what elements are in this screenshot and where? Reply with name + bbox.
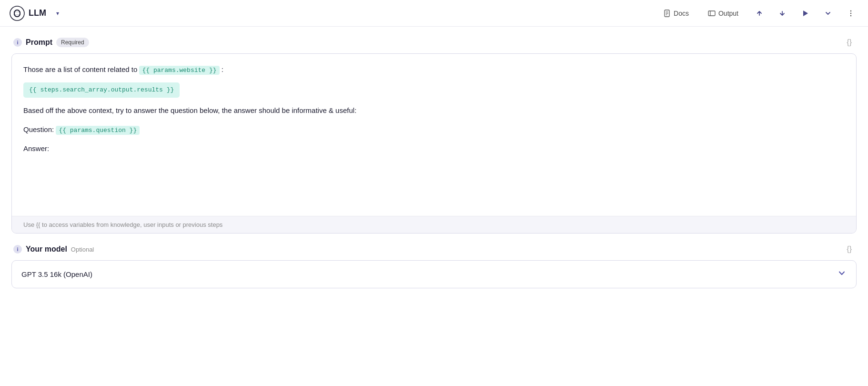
output-button[interactable]: Output (702, 7, 744, 20)
prompt-hint: Use {{ to access variables from knowledg… (12, 216, 856, 233)
prompt-json-icon[interactable]: {} (844, 36, 855, 49)
model-json-icon[interactable]: {} (844, 243, 855, 255)
docs-label: Docs (674, 10, 689, 17)
prompt-var-search-results: {{ steps.search_array.output.results }} (23, 82, 180, 98)
app-dropdown-button[interactable]: ▾ (50, 6, 65, 21)
prompt-content-area[interactable]: Those are a list of content related to {… (12, 54, 856, 216)
prompt-line1-text: Those are a list of content related to (23, 65, 139, 73)
prompt-header-left: i Prompt Required (13, 38, 89, 47)
model-name-label: GPT 3.5 16k (OpenAI) (21, 270, 92, 278)
model-selector[interactable]: GPT 3.5 16k (OpenAI) (11, 260, 857, 288)
arrow-up-icon (756, 10, 763, 17)
prompt-box: Those are a list of content related to {… (11, 53, 857, 234)
play-icon (801, 10, 809, 17)
prompt-section: i Prompt Required {} Those are a list of… (11, 36, 857, 234)
prompt-line-1: Those are a list of content related to {… (23, 63, 845, 76)
prompt-line4-prefix: Question: (23, 125, 56, 133)
prompt-line3-text: Based off the above context, try to answ… (23, 106, 356, 114)
model-optional-badge: Optional (71, 246, 94, 253)
docs-icon (663, 10, 671, 17)
arrow-down-icon (778, 10, 786, 17)
svg-marker-7 (803, 10, 808, 16)
prompt-section-header: i Prompt Required {} (11, 36, 857, 49)
docs-button[interactable]: Docs (657, 7, 695, 20)
prompt-line-3: Based off the above context, try to answ… (23, 104, 845, 117)
play-button[interactable] (797, 6, 813, 21)
svg-point-0 (10, 6, 24, 20)
nav-up-button[interactable] (752, 6, 767, 21)
expand-icon (824, 10, 832, 17)
prompt-var-website: {{ params.website }} (139, 66, 219, 75)
more-button[interactable] (843, 6, 858, 21)
prompt-info-icon[interactable]: i (13, 38, 22, 47)
header: LLM ▾ Docs Output (0, 0, 868, 27)
svg-rect-5 (708, 11, 715, 16)
prompt-line-2: {{ steps.search_array.output.results }} (23, 82, 845, 98)
prompt-line-4: Question: {{ params.question }} (23, 123, 845, 136)
model-info-icon[interactable]: i (13, 245, 22, 254)
svg-point-9 (850, 12, 851, 13)
prompt-line1-suffix: : (220, 65, 223, 73)
openai-logo-icon (10, 6, 25, 21)
prompt-line-5: Answer: (23, 142, 845, 155)
app-title: LLM (29, 8, 46, 18)
more-icon (847, 10, 855, 17)
main-content: i Prompt Required {} Those are a list of… (0, 27, 868, 307)
prompt-var-question: {{ params.question }} (56, 126, 140, 135)
model-title: Your model (26, 245, 67, 254)
nav-down-button[interactable] (775, 6, 790, 21)
svg-point-8 (850, 10, 851, 11)
model-header-left: i Your model Optional (13, 245, 94, 254)
header-left: LLM ▾ (10, 6, 65, 21)
output-label: Output (718, 10, 738, 17)
model-section-header: i Your model Optional {} (11, 243, 857, 255)
prompt-line5-text: Answer: (23, 144, 49, 152)
header-right: Docs Output (657, 6, 858, 21)
svg-point-10 (850, 15, 851, 16)
model-chevron-icon (837, 268, 847, 280)
prompt-required-badge: Required (56, 38, 89, 47)
model-section: i Your model Optional {} GPT 3.5 16k (Op… (11, 243, 857, 288)
output-icon (708, 10, 716, 17)
prompt-title: Prompt (26, 38, 52, 47)
expand-button[interactable] (820, 6, 836, 21)
